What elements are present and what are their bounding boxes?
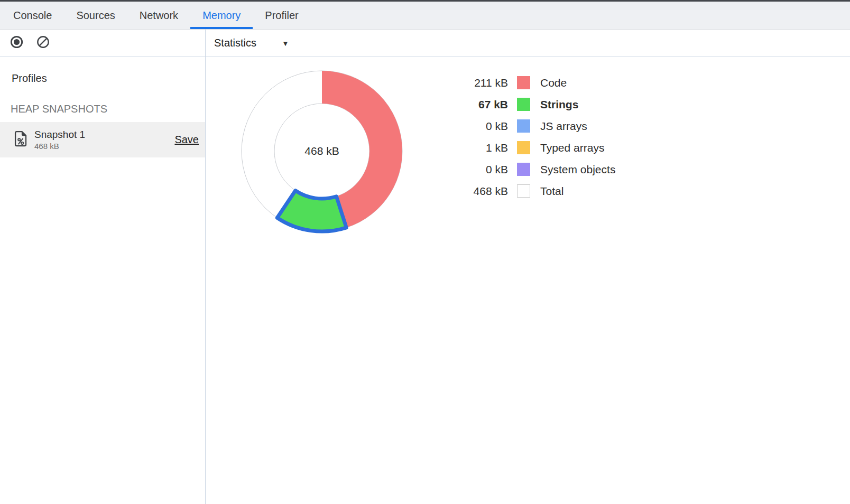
legend-value: 468 kB	[445, 185, 508, 198]
view-selector[interactable]: Statistics ▼	[214, 37, 289, 49]
toolbar-left-section	[0, 30, 206, 57]
statistics-panel: 468 kB 211 kBCode67 kBStrings0 kBJS arra…	[206, 57, 850, 504]
tab-network[interactable]: Network	[127, 2, 190, 29]
legend-label: Total	[540, 185, 563, 198]
legend-swatch	[517, 163, 530, 176]
profiles-heading: Profiles	[12, 72, 205, 85]
legend-row-typed-arrays[interactable]: 1 kBTyped arrays	[445, 137, 615, 158]
tab-memory[interactable]: Memory	[190, 2, 253, 29]
legend-label: Strings	[540, 98, 578, 111]
tab-console[interactable]: Console	[1, 2, 64, 29]
toolbar-right-section: Statistics ▼	[206, 30, 850, 57]
devtools-tab-bar: ConsoleSourcesNetworkMemoryProfiler	[0, 0, 850, 30]
legend-value: 0 kB	[445, 120, 508, 133]
legend-label: Code	[540, 77, 567, 89]
clear-icon	[36, 35, 50, 51]
legend-value: 1 kB	[445, 142, 508, 154]
legend-label: System objects	[540, 163, 615, 176]
heap-snapshot-item[interactable]: Snapshot 1 468 kB Save	[0, 122, 205, 157]
snapshot-size: 468 kB	[34, 142, 85, 151]
view-selector-value: Statistics	[214, 37, 256, 49]
legend-label: JS arrays	[540, 120, 587, 133]
profiles-sidebar: Profiles HEAP SNAPSHOTS Snapshot 1 468 k…	[0, 57, 206, 504]
legend-row-code[interactable]: 211 kBCode	[445, 72, 615, 94]
save-snapshot-link[interactable]: Save	[174, 134, 199, 146]
chevron-down-icon: ▼	[282, 39, 289, 48]
snapshot-text: Snapshot 1 468 kB	[34, 129, 85, 151]
legend-swatch	[517, 76, 530, 89]
legend-row-js-arrays[interactable]: 0 kBJS arrays	[445, 115, 615, 137]
legend-row-system-objects[interactable]: 0 kBSystem objects	[445, 158, 615, 180]
record-icon	[10, 35, 24, 51]
legend-value: 211 kB	[445, 77, 508, 89]
content-area: Profiles HEAP SNAPSHOTS Snapshot 1 468 k…	[0, 57, 850, 504]
chart-legend: 211 kBCode67 kBStrings0 kBJS arrays1 kBT…	[445, 72, 615, 202]
legend-row-strings[interactable]: 67 kBStrings	[445, 94, 615, 115]
legend-row-total: 468 kBTotal	[445, 180, 615, 202]
legend-swatch	[517, 98, 530, 111]
donut-slice-strings[interactable]	[277, 191, 346, 231]
record-heap-snapshot-button[interactable]	[9, 36, 24, 51]
clear-profiles-button[interactable]	[35, 36, 50, 51]
legend-label: Typed arrays	[540, 142, 604, 154]
heap-statistics-donut-chart	[235, 64, 409, 238]
tab-profiler[interactable]: Profiler	[253, 2, 310, 29]
heap-snapshot-icon	[14, 130, 27, 149]
snapshot-title: Snapshot 1	[34, 129, 85, 141]
tab-sources[interactable]: Sources	[64, 2, 127, 29]
donut-ring-outline	[274, 104, 369, 199]
legend-value: 0 kB	[445, 163, 508, 176]
legend-swatch	[517, 119, 530, 133]
legend-swatch	[517, 184, 530, 198]
heap-snapshots-section-heading: HEAP SNAPSHOTS	[11, 103, 205, 115]
memory-toolbar: Statistics ▼	[0, 30, 850, 57]
legend-swatch	[517, 141, 530, 154]
legend-value: 67 kB	[445, 98, 508, 111]
